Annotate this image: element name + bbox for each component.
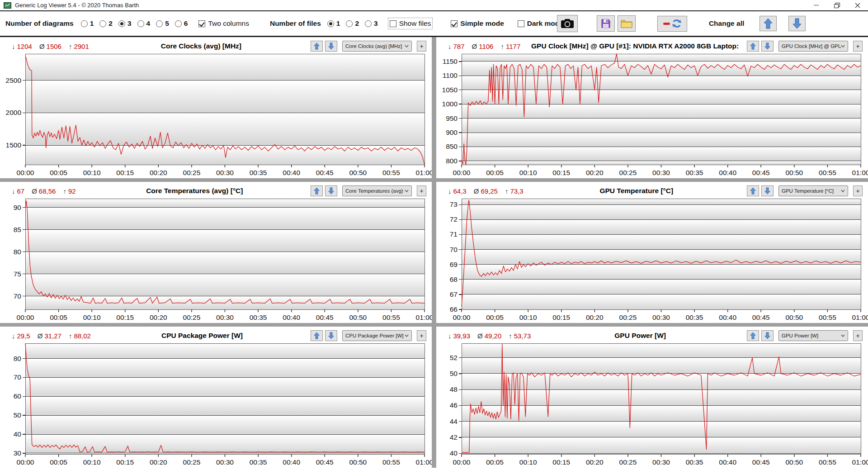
radio-icon[interactable] (137, 20, 144, 27)
radio-icon[interactable] (118, 20, 125, 27)
show-files-checkbox[interactable]: Show files (390, 19, 431, 28)
move-up-button[interactable] (311, 185, 323, 196)
restore-icon (834, 3, 840, 8)
add-signal-button[interactable]: + (417, 330, 426, 341)
svg-text:00:20: 00:20 (150, 313, 167, 321)
diagram-count-1[interactable]: 1 (81, 19, 94, 28)
move-down-button[interactable] (761, 185, 774, 196)
svg-text:66: 66 (450, 305, 458, 313)
svg-text:950: 950 (446, 114, 458, 122)
radio-icon[interactable] (156, 20, 163, 27)
add-signal-button[interactable]: + (853, 41, 863, 52)
move-up-button[interactable] (747, 330, 759, 341)
svg-text:1150: 1150 (443, 57, 458, 65)
min-arrow-icon: ↓ (12, 187, 15, 195)
move-down-button[interactable] (325, 185, 337, 196)
chevron-down-icon (405, 334, 409, 337)
move-up-button[interactable] (311, 330, 323, 341)
svg-text:00:20: 00:20 (150, 169, 167, 176)
svg-text:00:25: 00:25 (183, 313, 201, 321)
checkbox-icon[interactable] (390, 20, 396, 27)
chart-core-temps: 707580859000:0000:0500:1000:1500:2000:25… (0, 196, 432, 323)
svg-text:01:00: 01:00 (416, 458, 432, 466)
move-down-button[interactable] (761, 330, 774, 341)
dark-mode-checkbox[interactable]: Dark mode (518, 19, 563, 28)
sync-scale-button[interactable] (657, 16, 687, 32)
move-up-button[interactable] (747, 185, 759, 196)
open-folder-button[interactable] (618, 15, 636, 32)
close-button[interactable] (847, 0, 868, 10)
x-axis: 00:0000:0500:1000:1500:2000:2500:3000:35… (453, 309, 868, 321)
svg-text:1000: 1000 (442, 100, 458, 108)
svg-text:00:30: 00:30 (652, 313, 670, 321)
minimize-button[interactable] (806, 0, 826, 10)
svg-text:00:50: 00:50 (785, 458, 803, 466)
chart-title: Core Temperatures (avg) [°C] (83, 187, 306, 195)
two-columns-checkbox[interactable]: Two columns (198, 19, 249, 28)
file-count-2[interactable]: 2 (346, 19, 359, 28)
svg-text:00:05: 00:05 (50, 458, 67, 466)
signal-select[interactable]: GPU Clock [MHz] @ GPU (778, 41, 848, 52)
add-signal-button[interactable]: + (853, 330, 863, 341)
radio-icon[interactable] (346, 20, 353, 27)
move-down-button[interactable] (761, 41, 774, 52)
move-down-button[interactable] (325, 41, 337, 52)
radio-icon[interactable] (365, 20, 372, 27)
chart-stats: ↓39,93 Ø49,20 ↑53,73 (448, 332, 538, 340)
svg-text:1050: 1050 (442, 86, 458, 94)
svg-text:00:55: 00:55 (382, 169, 400, 176)
diagram-count-5[interactable]: 5 (156, 19, 169, 28)
svg-text:48: 48 (450, 385, 458, 393)
radio-icon[interactable] (99, 20, 106, 27)
signal-select[interactable]: GPU Power [W] (778, 330, 848, 341)
diagram-count-2[interactable]: 2 (99, 19, 113, 28)
stat-min: 39,93 (453, 332, 471, 340)
radio-icon[interactable] (81, 20, 88, 27)
arrow-up-icon (764, 18, 773, 29)
svg-text:69: 69 (450, 261, 458, 268)
move-up-button[interactable] (747, 41, 759, 52)
svg-text:00:55: 00:55 (382, 313, 400, 321)
panel-cpu-power: ↓29,5 Ø31,27 ↑88,02 CPU Package Power [W… (0, 327, 432, 468)
svg-text:00:35: 00:35 (250, 313, 267, 321)
radio-icon[interactable] (327, 20, 334, 27)
simple-mode-checkbox[interactable]: Simple mode (451, 19, 504, 28)
svg-text:00:20: 00:20 (586, 458, 604, 466)
checkbox-icon[interactable] (518, 20, 524, 27)
svg-text:00:00: 00:00 (17, 313, 34, 321)
signal-select[interactable]: Core Temperatures (avg) (342, 185, 412, 196)
svg-text:00:00: 00:00 (17, 458, 34, 466)
move-up-button[interactable] (311, 41, 323, 52)
restore-button[interactable] (826, 0, 847, 10)
radio-icon[interactable] (175, 20, 182, 27)
checkbox-icon[interactable] (451, 20, 458, 27)
screenshot-button[interactable] (557, 15, 578, 32)
svg-text:80: 80 (14, 248, 22, 256)
change-all-up-button[interactable] (760, 16, 777, 31)
svg-text:00:55: 00:55 (819, 169, 836, 176)
svg-text:00:45: 00:45 (316, 169, 334, 176)
diagram-count-3[interactable]: 3 (118, 19, 132, 28)
change-all-down-button[interactable] (788, 16, 806, 31)
svg-text:00:00: 00:00 (17, 169, 34, 176)
add-signal-button[interactable]: + (417, 185, 426, 196)
sync-icon (662, 18, 682, 29)
move-down-button[interactable] (325, 330, 337, 341)
signal-select[interactable]: Core Clocks (avg) [MHz] (342, 41, 412, 52)
svg-text:00:45: 00:45 (752, 313, 770, 321)
stat-avg: 1106 (479, 43, 493, 50)
svg-text:75: 75 (14, 270, 21, 278)
signal-select[interactable]: CPU Package Power [W] (342, 330, 412, 341)
add-signal-button[interactable]: + (417, 41, 426, 52)
diagram-count-6[interactable]: 6 (175, 19, 188, 28)
diagram-count-4[interactable]: 4 (137, 19, 151, 28)
checkbox-icon[interactable] (198, 20, 205, 27)
svg-text:00:00: 00:00 (453, 458, 471, 466)
file-count-1[interactable]: 1 (327, 19, 340, 28)
arrow-up-icon (314, 332, 320, 339)
signal-select[interactable]: GPU Temperature [°C] (778, 185, 848, 196)
file-count-3[interactable]: 3 (365, 19, 378, 28)
svg-text:00:50: 00:50 (349, 169, 367, 176)
save-button[interactable] (597, 15, 615, 32)
add-signal-button[interactable]: + (853, 185, 863, 196)
